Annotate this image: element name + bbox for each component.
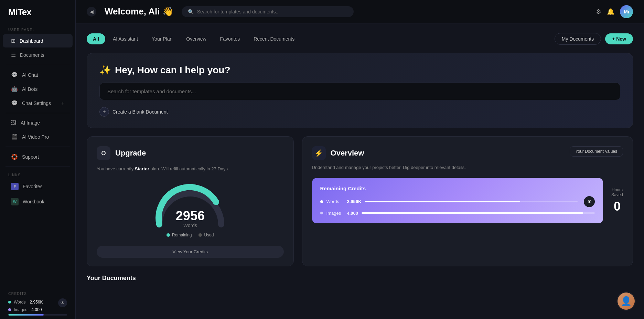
ai-image-icon: 🖼 — [11, 120, 17, 126]
sidebar-divider-3 — [6, 147, 70, 147]
sidebar-item-label: Dashboard — [20, 38, 43, 44]
ai-video-icon: 🎬 — [11, 134, 18, 140]
legend-used-label: Used — [204, 233, 214, 237]
chat-settings-icon: 💬 — [11, 100, 18, 106]
tab-ai-assistant[interactable]: AI Assistant — [107, 33, 144, 44]
hero-search-input[interactable] — [99, 83, 620, 100]
credits-words-label: Words — [14, 300, 25, 305]
hero-card: ✨ Hey, How can I help you? + Create a Bl… — [87, 53, 633, 128]
main-tabs: All AI Assistant Your Plan Overview Favo… — [87, 33, 301, 44]
svg-text:2956: 2956 — [175, 209, 205, 223]
tab-overview[interactable]: Overview — [180, 33, 212, 44]
overview-desc: Understand and manage your projects bett… — [312, 164, 623, 171]
sidebar-item-label: AI Video Pro — [22, 134, 49, 140]
settings-icon-button[interactable]: ⚙ — [596, 8, 601, 15]
sidebar: MiTex USER PANEL ⊞ Dashboard ☰ Documents… — [0, 0, 76, 319]
doc-values-button[interactable]: Your Document Values — [570, 146, 623, 157]
legend-used: Used — [198, 233, 214, 237]
workbook-icon: W — [11, 198, 19, 205]
ai-bots-icon: 🤖 — [11, 86, 18, 92]
rem-words-label: Words — [326, 199, 344, 204]
overview-header-left: ⚡ Overview — [312, 146, 364, 160]
rem-images-bar-fill — [362, 212, 583, 214]
sidebar-item-label: AI Chat — [22, 72, 38, 78]
upgrade-card: ♻ Upgrade You have currently Starter pla… — [87, 136, 294, 266]
tab-favorites[interactable]: Favorites — [214, 33, 246, 44]
sidebar-item-workbook[interactable]: W Workbook — [3, 194, 73, 209]
hero-title: ✨ Hey, How can I help you? — [99, 64, 620, 76]
view-credits-button[interactable]: View Your Credits — [97, 246, 284, 258]
my-documents-button[interactable]: My Documents — [555, 33, 601, 45]
sidebar-item-ai-chat[interactable]: 💬 AI Chat — [3, 68, 73, 82]
page-title: Welcome, Ali 👋 — [105, 6, 173, 17]
rem-words-value: 2.956K — [347, 199, 362, 204]
rem-words-bar-bg — [365, 201, 578, 202]
notifications-icon-button[interactable]: 🔔 — [607, 8, 614, 15]
gauge-svg: 2956 Words — [149, 183, 232, 231]
words-dot — [8, 301, 11, 304]
app-logo: MiTex — [0, 0, 75, 24]
topbar-right: ⚙ 🔔 Mi — [596, 5, 633, 18]
chat-settings-row: Chat Settings + — [22, 100, 64, 106]
your-documents-title: Your Documents — [87, 275, 136, 281]
credits-section: CREDITS Words 2.956K 👁 Images 4.000 — [0, 288, 75, 319]
images-credit-row: Images 4.000 — [8, 307, 67, 312]
sidebar-item-chat-settings[interactable]: 💬 Chat Settings + — [3, 96, 73, 110]
sidebar-item-documents[interactable]: ☰ Documents — [3, 48, 73, 62]
tab-your-plan[interactable]: Your Plan — [146, 33, 179, 44]
sidebar-item-favorites[interactable]: F Favorites — [3, 179, 73, 194]
hero-title-text: Hey, How can I help you? — [115, 65, 230, 76]
sidebar-item-label: Chat Settings — [22, 100, 51, 106]
rem-words-dot — [320, 200, 323, 203]
sidebar-item-ai-bots[interactable]: 🤖 AI Bots — [3, 82, 73, 96]
sidebar-item-label: Support — [22, 154, 39, 160]
overview-card-header: ⚡ Overview Your Document Values — [312, 146, 623, 160]
rem-words-bar-fill — [365, 201, 520, 202]
sidebar-item-dashboard[interactable]: ⊞ Dashboard — [3, 34, 73, 47]
svg-text:Words: Words — [183, 223, 197, 228]
gauge-legend: Remaining Used — [167, 233, 214, 237]
rem-words-eye-button[interactable]: 👁 — [584, 196, 595, 207]
upgrade-card-header: ♻ Upgrade — [97, 146, 146, 160]
tab-recent-documents[interactable]: Recent Documents — [247, 33, 301, 44]
create-blank-document-button[interactable]: + Create a Blank Document — [99, 107, 168, 117]
sidebar-item-label: AI Bots — [22, 86, 37, 92]
sidebar-item-ai-video-pro[interactable]: 🎬 AI Video Pro — [3, 130, 73, 143]
upgrade-icon: ♻ — [97, 146, 110, 160]
hours-saved-label: HoursSaved — [611, 188, 623, 197]
upgrade-card-title: Upgrade — [115, 149, 146, 158]
sidebar-item-ai-image[interactable]: 🖼 AI Image — [3, 116, 73, 129]
upgrade-card-desc: You have currently Starter plan. Will re… — [97, 166, 229, 173]
rem-words-row: Words 2.956K 👁 — [320, 196, 595, 207]
ai-chat-icon: 💬 — [11, 72, 18, 78]
rem-images-value: 4.000 — [347, 211, 358, 216]
images-dot — [8, 308, 11, 311]
sidebar-divider-1 — [6, 65, 70, 65]
new-button[interactable]: + New — [605, 33, 633, 44]
topbar-search-bar[interactable]: 🔍 — [182, 6, 354, 17]
create-blank-label: Create a Blank Document — [112, 109, 168, 115]
credits-eye-button[interactable]: 👁 — [58, 298, 67, 307]
search-input[interactable] — [197, 9, 347, 14]
sidebar-item-label: Workbook — [23, 199, 44, 204]
remaining-dot — [167, 233, 170, 237]
sidebar-item-support[interactable]: 🛟 Support — [3, 150, 73, 163]
dashboard-icon: ⊞ — [11, 38, 15, 44]
documents-icon: ☰ — [11, 52, 16, 58]
words-credit-row: Words 2.956K 👁 — [8, 298, 67, 307]
credit-bar-fill — [8, 314, 44, 316]
rem-images-row: Images 4.000 — [320, 211, 595, 216]
user-profile-avatar[interactable]: 👤 — [616, 291, 636, 311]
sidebar-divider-5 — [6, 212, 70, 212]
remaining-credits-title: Remaining Credits — [320, 185, 595, 191]
credits-label: CREDITS — [8, 292, 67, 296]
user-avatar[interactable]: Mi — [620, 5, 633, 18]
rem-images-label: Images — [326, 211, 344, 216]
sidebar-divider-2 — [6, 113, 70, 113]
remaining-credits-card: Remaining Credits Words 2.956K 👁 — [312, 178, 603, 223]
chat-settings-plus-icon[interactable]: + — [61, 100, 64, 106]
support-icon: 🛟 — [11, 153, 18, 160]
tab-all[interactable]: All — [87, 33, 105, 44]
sidebar-collapse-button[interactable]: ◀ — [87, 7, 96, 17]
sidebar-item-label: AI Image — [21, 120, 40, 126]
